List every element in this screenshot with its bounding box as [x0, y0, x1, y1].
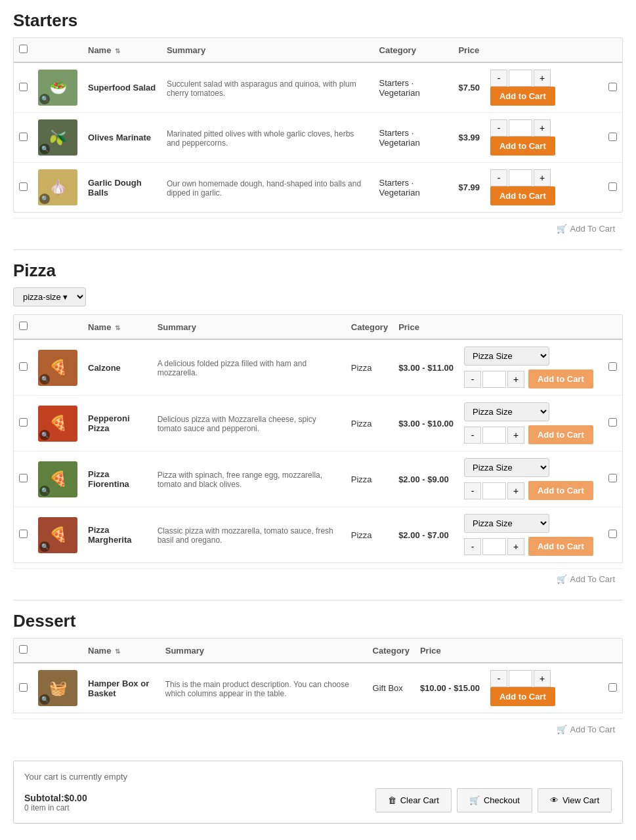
- row-checkbox-2[interactable]: [608, 133, 617, 141]
- dessert-check-all[interactable]: [19, 645, 28, 654]
- quantity-plus-button[interactable]: +: [534, 169, 551, 186]
- item-image: 🍕🔍: [38, 350, 77, 386]
- item-name: Pizza Fiorentina: [88, 469, 147, 489]
- row-checkbox-2[interactable]: [608, 83, 617, 91]
- clear-cart-button[interactable]: 🗑 Clear Cart: [375, 788, 452, 812]
- quantity-input[interactable]: [482, 371, 506, 388]
- dessert-table: Name ⇅ Summary Category Price 🧺🔍Hamper B…: [14, 639, 622, 713]
- quantity-input[interactable]: [482, 482, 506, 499]
- row-checkbox-2[interactable]: [608, 182, 617, 191]
- item-name: Hamper Box or Basket: [88, 679, 155, 698]
- item-actions: -+Add to Cart: [485, 663, 603, 713]
- pizza-title: Pizza: [13, 261, 623, 281]
- quantity-input[interactable]: [482, 427, 506, 444]
- quantity-minus-button[interactable]: -: [490, 70, 507, 87]
- quantity-input[interactable]: [509, 670, 532, 687]
- quantity-minus-button[interactable]: -: [490, 670, 507, 687]
- pizza-size-select[interactable]: Pizza Size: [464, 346, 549, 366]
- zoom-icon[interactable]: 🔍: [39, 430, 50, 440]
- quantity-input[interactable]: [509, 169, 532, 186]
- quantity-input[interactable]: [509, 119, 532, 136]
- zoom-icon[interactable]: 🔍: [39, 374, 50, 385]
- eye-icon: 👁: [550, 795, 559, 805]
- row-checkbox-2[interactable]: [608, 474, 617, 482]
- quantity-plus-button[interactable]: +: [507, 482, 524, 499]
- add-to-cart-button[interactable]: Add to Cart: [528, 537, 593, 556]
- item-actions: -+Add to Cart: [485, 62, 603, 113]
- cart-icon-starters: 🛒: [557, 224, 567, 234]
- quantity-input[interactable]: [482, 538, 506, 555]
- table-row: 🍕🔍Pizza MargheritaClassic pizza with moz…: [14, 507, 622, 563]
- row-checkbox-2[interactable]: [608, 418, 617, 427]
- quantity-control: -+: [490, 70, 598, 87]
- row-checkbox-2[interactable]: [608, 362, 617, 371]
- row-checkbox-2[interactable]: [608, 530, 617, 538]
- starters-title: Starters: [13, 10, 623, 31]
- zoom-icon[interactable]: 🔍: [39, 144, 50, 154]
- pizza-table-wrapper: Name ⇅ Summary Category Price 🍕🔍CalzoneA…: [13, 314, 623, 563]
- quantity-minus-button[interactable]: -: [464, 371, 481, 388]
- zoom-icon[interactable]: 🔍: [39, 694, 50, 705]
- starters-check-all[interactable]: [19, 45, 28, 53]
- cart-empty-message: Your cart is currently empty: [24, 772, 612, 782]
- pizza-size-filter-select[interactable]: pizza-size ▾: [13, 287, 86, 306]
- dessert-col-price: Price: [415, 639, 485, 663]
- add-to-cart-button[interactable]: Add to Cart: [490, 186, 555, 205]
- row-checkbox[interactable]: [19, 362, 28, 371]
- quantity-plus-button[interactable]: +: [534, 70, 551, 87]
- add-to-cart-button[interactable]: Add to Cart: [490, 687, 555, 706]
- item-actions: Pizza Size-+Add to Cart: [459, 452, 603, 507]
- quantity-minus-button[interactable]: -: [464, 482, 481, 499]
- row-checkbox[interactable]: [19, 182, 28, 191]
- quantity-minus-button[interactable]: -: [464, 538, 481, 555]
- row-checkbox-2[interactable]: [608, 683, 617, 692]
- row-checkbox[interactable]: [19, 418, 28, 427]
- pizza-col-actions: [459, 315, 603, 339]
- item-category: Pizza: [346, 396, 393, 452]
- quantity-plus-button[interactable]: +: [534, 670, 551, 687]
- add-to-cart-button[interactable]: Add to Cart: [528, 481, 593, 500]
- quantity-minus-button[interactable]: -: [464, 427, 481, 444]
- pizza-size-select[interactable]: Pizza Size: [464, 402, 549, 421]
- item-image: 🫒🔍: [38, 119, 77, 156]
- zoom-icon[interactable]: 🔍: [39, 94, 50, 104]
- add-to-cart-button[interactable]: Add to Cart: [528, 369, 593, 388]
- row-checkbox[interactable]: [19, 530, 28, 538]
- add-to-cart-button[interactable]: Add to Cart: [490, 136, 555, 156]
- zoom-icon[interactable]: 🔍: [39, 541, 50, 552]
- zoom-icon[interactable]: 🔍: [39, 486, 50, 496]
- dessert-add-to-cart-link[interactable]: 🛒 Add To Cart: [557, 724, 615, 734]
- item-actions: -+Add to Cart: [485, 163, 603, 213]
- item-description: Classic pizza with mozzarella, tomato sa…: [158, 526, 341, 545]
- quantity-plus-button[interactable]: +: [507, 371, 524, 388]
- view-cart-button[interactable]: 👁 View Cart: [538, 788, 612, 812]
- row-checkbox[interactable]: [19, 683, 28, 692]
- quantity-input[interactable]: [509, 70, 532, 87]
- item-price: $2.00 - $9.00: [393, 452, 459, 507]
- cart-subtotal: Subtotal:$0.00: [24, 793, 87, 803]
- add-to-cart-button[interactable]: Add to Cart: [490, 87, 555, 106]
- item-image: 🍕🔍: [38, 406, 77, 442]
- item-category: Pizza: [346, 507, 393, 563]
- pizza-add-to-cart-link[interactable]: 🛒 Add To Cart: [557, 574, 615, 584]
- quantity-minus-button[interactable]: -: [490, 169, 507, 186]
- quantity-minus-button[interactable]: -: [490, 119, 507, 136]
- add-to-cart-button[interactable]: Add to Cart: [528, 425, 593, 444]
- starters-add-to-cart-link[interactable]: 🛒 Add To Cart: [557, 224, 615, 234]
- name-sort-icon: ⇅: [115, 47, 120, 54]
- quantity-plus-button[interactable]: +: [507, 538, 524, 555]
- pizza-check-all[interactable]: [19, 322, 28, 330]
- starters-col-check: [14, 38, 33, 62]
- dessert-col-summary: Summary: [160, 639, 368, 663]
- row-checkbox[interactable]: [19, 133, 28, 141]
- pizza-size-select[interactable]: Pizza Size: [464, 458, 549, 477]
- item-price: $7.99: [453, 163, 485, 213]
- checkout-button[interactable]: 🛒 Checkout: [457, 788, 532, 812]
- zoom-icon[interactable]: 🔍: [39, 194, 50, 204]
- quantity-plus-button[interactable]: +: [534, 119, 551, 136]
- quantity-plus-button[interactable]: +: [507, 427, 524, 444]
- row-checkbox[interactable]: [19, 83, 28, 91]
- pizza-qty-row: -+Add to Cart: [464, 537, 598, 556]
- pizza-size-select[interactable]: Pizza Size: [464, 514, 549, 533]
- row-checkbox[interactable]: [19, 474, 28, 482]
